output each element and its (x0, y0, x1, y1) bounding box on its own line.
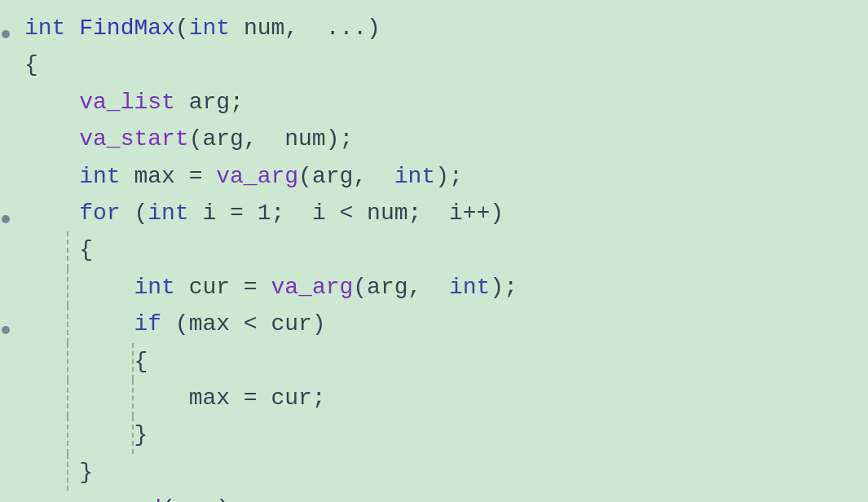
plain-token: (max < cur) (161, 311, 326, 337)
va-token: va_arg (271, 275, 353, 300)
plain-token: max = (121, 164, 217, 189)
code-editor: int FindMax(int num, ...){ va_list arg; … (0, 7, 868, 502)
code-line: for (int i = 1; i < num; i++) (0, 195, 868, 231)
line-content: { (15, 47, 868, 82)
line-content: } (15, 455, 868, 490)
plain-token: { (79, 237, 93, 262)
va-token: va_arg (216, 164, 298, 189)
plain-token: ( (121, 200, 148, 226)
fn-token: FindMax (79, 15, 175, 41)
plain-token: num, ...) (230, 15, 381, 41)
code-line: { (0, 343, 868, 380)
plain-token: (arg, (353, 275, 449, 300)
code-line: va_list arg; (0, 84, 868, 121)
plain-token: arg; (175, 90, 244, 115)
code-line: int cur = va_arg(arg, int); (0, 269, 868, 306)
kw-token: int (449, 275, 490, 300)
code-line: va_start(arg, num); (0, 121, 868, 157)
line-content: } (15, 417, 868, 452)
plain-token: ); (435, 164, 463, 189)
plain-token: { (134, 349, 148, 374)
kw-token: if (134, 311, 161, 337)
code-line: max = cur; (0, 380, 868, 416)
plain-token: (arg, (298, 164, 394, 189)
line-content: { (15, 344, 868, 379)
plain-token: { (24, 52, 38, 77)
code-line: int FindMax(int num, ...) (0, 10, 868, 46)
code-line: va_end(arg); (0, 491, 868, 502)
plain-token: i = 1; i < num; i++) (189, 200, 504, 226)
plain-token: cur = (175, 275, 271, 300)
code-line: } (0, 454, 868, 491)
code-line: { (0, 231, 868, 268)
plain-token: ); (490, 275, 518, 300)
plain-token: ( (175, 15, 189, 41)
kw-token: for (79, 200, 120, 226)
line-content: if (max < cur) (15, 306, 868, 341)
line-content: va_end(arg); (15, 491, 868, 502)
code-line: if (max < cur) (0, 306, 868, 342)
plain-token: } (79, 460, 93, 485)
line-content: int cur = va_arg(arg, int); (15, 270, 868, 305)
line-content: int max = va_arg(arg, int); (15, 159, 868, 194)
va-token: va_end (79, 496, 161, 502)
plain-token: } (134, 422, 148, 447)
code-line: } (0, 416, 868, 453)
line-content: max = cur; (15, 381, 868, 416)
code-line: { (0, 46, 868, 83)
va-token: va_list (79, 90, 175, 115)
kw-token: int (148, 200, 188, 226)
code-line: int max = va_arg(arg, int); (0, 158, 868, 195)
plain-token: (arg, num); (189, 126, 354, 152)
line-content: va_start(arg, num); (15, 121, 868, 156)
kw-token: int (134, 275, 174, 300)
line-content: va_list arg; (15, 85, 868, 120)
va-token: va_start (79, 126, 188, 152)
kw-token: int (189, 15, 230, 41)
line-content: int FindMax(int num, ...) (15, 11, 868, 46)
line-content: { (15, 232, 868, 267)
line-content: for (int i = 1; i < num; i++) (15, 196, 868, 231)
plain-token (65, 15, 79, 41)
plain-token: max = cur; (189, 385, 326, 411)
plain-token: (arg); (161, 496, 244, 502)
kw-token: int (24, 15, 65, 41)
kw-token: int (394, 164, 435, 189)
kw-token: int (79, 164, 120, 189)
